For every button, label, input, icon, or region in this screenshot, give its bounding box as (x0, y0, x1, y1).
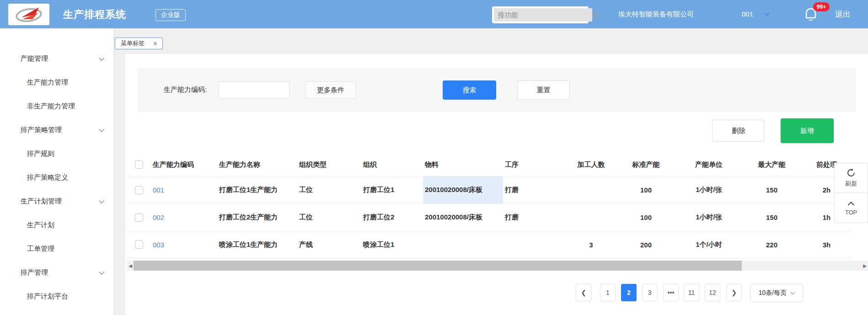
col-header-capacity-unit: 产能单位 (677, 153, 741, 176)
refresh-label: 刷新 (845, 180, 857, 188)
more-conditions-button[interactable]: 更多条件 (305, 81, 356, 99)
scroll-left-arrow-icon[interactable]: ◀ (127, 261, 134, 271)
page-button-3[interactable]: 3 (642, 284, 658, 301)
col-header-std-capacity: 标准产能 (615, 153, 677, 176)
cell-std-capacity: 100 (615, 176, 677, 203)
search-button[interactable]: 搜索 (443, 80, 496, 100)
row-checkbox[interactable] (135, 240, 143, 249)
top-label: TOP (845, 209, 857, 216)
col-header-max-capacity: 最大产能 (741, 153, 803, 176)
sidebar-item-scheduling-platform[interactable]: 排产计划平台 (0, 284, 113, 308)
org-code-value: 001 (742, 10, 753, 18)
capacity-code-input[interactable] (219, 81, 289, 99)
scroll-right-arrow-icon[interactable]: ▶ (862, 261, 868, 271)
sidebar-item-production-plan-mgmt[interactable]: 生产计划管理 (0, 189, 113, 213)
cell-capacity-name: 喷涂工位1生产能力 (217, 231, 297, 258)
cell-process (503, 231, 567, 258)
page-ellipsis-button[interactable]: ••• (663, 284, 679, 301)
global-search-box (492, 6, 589, 23)
tab-menu-label[interactable]: 菜单标签 ✕ (115, 37, 163, 49)
table-header-row: 生产能力编码 生产能力名称 组织类型 组织 物料 工序 加工人数 标准产能 产能… (127, 153, 852, 176)
cell-material: 20010020008/床板 (423, 176, 503, 203)
sidebar-item-label: 工单管理 (27, 245, 54, 253)
sidebar-item-strategy-definition[interactable]: 排产策略定义 (0, 166, 113, 189)
sidebar-item-scheduling-mgmt[interactable]: 排产管理 (0, 261, 113, 284)
next-page-button[interactable]: ❯ (726, 284, 742, 301)
col-header-org: 组织 (361, 153, 423, 176)
cell-workers (567, 204, 615, 231)
row-checkbox[interactable] (135, 214, 143, 222)
table-row[interactable]: 002 打磨工位2生产能力 工位 打磨工位2 20010020008/床板 打磨… (127, 203, 852, 231)
close-icon[interactable]: ✕ (153, 40, 158, 47)
cell-org: 打磨工位1 (361, 176, 423, 203)
sidebar-item-work-order-mgmt[interactable]: 工单管理 (0, 237, 113, 261)
cell-pre-process: 3h (803, 231, 851, 258)
table-row[interactable]: 003 喷涂工位1生产能力 产线 喷涂工位1 3 200 1个/小时 220 3… (127, 231, 852, 258)
delete-button[interactable]: 删除 (713, 120, 765, 142)
chevron-icon (99, 55, 104, 60)
page-size-select[interactable]: 10条/每页 (750, 284, 803, 302)
org-code-dropdown[interactable]: 001 (742, 10, 769, 18)
horizontal-scrollbar[interactable]: ◀ ▶ (127, 261, 868, 271)
sidebar-item-label: 排产策略管理 (21, 126, 62, 134)
cell-max-capacity: 220 (741, 231, 803, 258)
cell-org-type: 工位 (297, 176, 361, 203)
col-header-material: 物料 (423, 153, 503, 176)
company-logo (8, 4, 49, 25)
sidebar-item-production-capacity[interactable]: 生产能力管理 (0, 70, 113, 94)
cell-capacity-code[interactable]: 001 (151, 176, 217, 203)
sidebar-item-nonproduction-capacity[interactable]: 非生产能力管理 (0, 94, 113, 118)
scrollbar-track[interactable] (134, 261, 862, 271)
cell-capacity-code[interactable]: 002 (151, 204, 217, 231)
sidebar-item-capacity-mgmt[interactable]: 产能管理 (0, 47, 113, 70)
add-button[interactable]: 新增 (781, 118, 834, 143)
cell-material (423, 231, 503, 258)
page-button-1[interactable]: 1 (600, 284, 616, 301)
cell-org-type: 工位 (297, 204, 361, 231)
prev-page-button[interactable]: ❮ (576, 284, 591, 301)
refresh-button[interactable]: 刷新 (834, 163, 868, 193)
sidebar-item-label: 生产计划 (27, 221, 54, 230)
cell-capacity-code[interactable]: 003 (151, 231, 217, 258)
sidebar-item-label: 排产规则 (27, 149, 54, 158)
page-button-2-active[interactable]: 2 (621, 284, 637, 301)
app-title: 生产排程系统 (63, 8, 126, 21)
col-header-workers: 加工人数 (567, 153, 615, 176)
global-search-input[interactable] (494, 8, 592, 21)
top-header: 生产排程系统 企业版 埃夫特智能装备有限公司 001 99+ 退出 (0, 0, 868, 28)
cell-capacity-name: 打磨工位2生产能力 (217, 204, 297, 231)
refresh-icon (846, 168, 856, 178)
page-button-12[interactable]: 12 (705, 284, 720, 301)
cell-workers (567, 176, 615, 203)
col-header-process: 工序 (503, 153, 567, 176)
cell-capacity-unit: 1小时/张 (677, 204, 741, 231)
sidebar-item-production-plan[interactable]: 生产计划 (0, 213, 113, 237)
capacity-code-label: 生产能力编码: (164, 85, 207, 94)
sidebar-item-label: 排产计划平台 (27, 292, 68, 301)
page-button-11[interactable]: 11 (684, 284, 699, 301)
cell-workers: 3 (567, 231, 615, 258)
logout-button[interactable]: 退出 (835, 9, 851, 20)
cell-org: 打磨工位2 (361, 204, 423, 231)
reset-button[interactable]: 重置 (517, 80, 570, 100)
cell-max-capacity: 150 (741, 176, 803, 203)
table-row[interactable]: 001 打磨工位1生产能力 工位 打磨工位1 20010020008/床板 打磨… (127, 176, 852, 203)
cell-max-capacity: 150 (741, 204, 803, 231)
col-header-capacity-code: 生产能力编码 (151, 153, 217, 176)
pagination: ❮ 1 2 3 ••• 11 12 ❯ 10条/每页 (125, 284, 868, 302)
scrollbar-thumb[interactable] (134, 261, 742, 271)
row-checkbox[interactable] (135, 186, 143, 194)
sidebar-item-scheduling-strategy-mgmt[interactable]: 排产策略管理 (0, 118, 113, 142)
select-all-checkbox[interactable] (135, 160, 143, 169)
cell-org: 喷涂工位1 (361, 231, 423, 258)
notification-count-badge: 99+ (813, 2, 830, 11)
cell-process: 打磨 (503, 204, 567, 231)
chevron-up-icon (848, 202, 854, 208)
sidebar-item-label: 产能管理 (21, 54, 48, 63)
sidebar-item-scheduling-rules[interactable]: 排产规则 (0, 142, 113, 166)
chevron-down-icon (764, 11, 769, 16)
cell-material: 20010020008/床板 (423, 204, 503, 231)
col-header-capacity-name: 生产能力名称 (217, 153, 297, 176)
back-to-top-button[interactable]: TOP (834, 193, 868, 223)
search-icon[interactable] (592, 11, 600, 19)
